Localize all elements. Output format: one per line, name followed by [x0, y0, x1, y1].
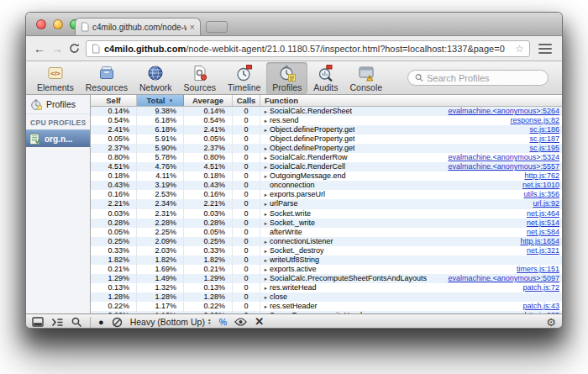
- search-statusbar-icon[interactable]: [71, 317, 82, 328]
- close-window-button[interactable]: [36, 19, 46, 29]
- expand-arrow-icon[interactable]: ▸: [262, 274, 270, 283]
- expand-arrow-icon[interactable]: ▸: [262, 219, 270, 228]
- source-link[interactable]: evalmachine.<anonymous>:5097: [441, 274, 562, 283]
- new-tab-button[interactable]: [206, 21, 228, 33]
- table-row[interactable]: 0.80% 5.78% 0.80% 0 ▸ SocialCalc.RenderR…: [91, 153, 562, 162]
- expand-arrow-icon[interactable]: ▸: [262, 311, 270, 313]
- minimize-window-button[interactable]: [53, 19, 63, 29]
- clear-profiles-icon[interactable]: [112, 317, 123, 328]
- source-link[interactable]: http.js:935: [517, 311, 562, 313]
- table-row[interactable]: 1.29% 1.49% 1.29% 0 ▸ SocialCalc.Precomp…: [91, 274, 562, 283]
- back-button[interactable]: ←: [34, 43, 45, 55]
- source-link[interactable]: http.js:762: [517, 171, 562, 181]
- source-link[interactable]: utils.js:356: [517, 190, 562, 199]
- search-input[interactable]: [427, 73, 541, 83]
- expand-arrow-icon[interactable]: ▸: [262, 283, 270, 292]
- source-link[interactable]: timers.js:151: [510, 265, 562, 274]
- table-row[interactable]: 4.51% 4.76% 4.51% 0 ▸ SocialCalc.RenderC…: [91, 162, 562, 171]
- exclude-function-icon[interactable]: ✕: [255, 317, 264, 327]
- tab-network[interactable]: Network: [134, 62, 178, 94]
- table-row[interactable]: 0.25% 2.09% 0.25% 0 ▸ connectionListener…: [91, 237, 562, 246]
- table-row[interactable]: 0.13% 1.32% 0.13% 0 ▸ res.writeHead patc…: [91, 283, 562, 292]
- search-profiles-box[interactable]: [407, 70, 549, 86]
- table-row[interactable]: 0.28% 2.28% 0.28% 0 ▸ Socket._write net.…: [91, 219, 562, 228]
- dock-to-bottom-icon[interactable]: [32, 317, 44, 327]
- source-link[interactable]: net.js:1010: [516, 181, 562, 190]
- tab-sources[interactable]: Sources: [178, 62, 223, 94]
- source-link[interactable]: evalmachine.<anonymous>:5557: [441, 162, 562, 171]
- source-link[interactable]: net.js:464: [520, 209, 562, 219]
- table-row[interactable]: 1.82% 1.82% 1.82% 0 ▸ writeUtf8String: [91, 255, 562, 265]
- source-link[interactable]: patch.js:43: [516, 302, 562, 311]
- tab-audits[interactable]: Audits: [307, 62, 344, 94]
- table-row[interactable]: 0.18% 4.11% 0.18% 0 ▸ OutgoingMessage.en…: [91, 171, 562, 181]
- tab-resources[interactable]: Resources: [80, 62, 134, 94]
- tab-profiles[interactable]: Profiles: [266, 62, 307, 94]
- table-row[interactable]: 0.16% 2.53% 0.16% 0 ▸ exports.parseUrl u…: [91, 190, 562, 199]
- browser-tab[interactable]: c4milo.github.com/node-we ×: [75, 18, 201, 35]
- column-header-total[interactable]: Total▼: [137, 95, 184, 106]
- browser-menu-icon[interactable]: [536, 42, 554, 55]
- expand-arrow-icon[interactable]: ▸: [262, 144, 270, 153]
- expand-arrow-icon[interactable]: ▸: [262, 265, 270, 274]
- expand-arrow-icon[interactable]: ▸: [262, 153, 270, 162]
- address-bar[interactable]: c4milo.github.com/node-webkit-agent/21.0…: [86, 40, 530, 57]
- source-link[interactable]: response.js:82: [503, 116, 562, 125]
- source-link[interactable]: sc.js:187: [522, 134, 562, 144]
- settings-gear-icon[interactable]: ⚙: [546, 317, 556, 328]
- source-link[interactable]: evalmachine.<anonymous>:5324: [441, 153, 562, 162]
- expand-arrow-icon[interactable]: ▸: [262, 162, 270, 171]
- source-link[interactable]: http.js:1654: [513, 237, 562, 246]
- tab-timeline[interactable]: Timeline: [222, 62, 266, 94]
- source-link[interactable]: net.js:321: [520, 246, 562, 255]
- show-console-icon[interactable]: [51, 318, 64, 327]
- tab-elements[interactable]: </> Elements: [31, 62, 80, 94]
- reload-icon[interactable]: [69, 43, 80, 54]
- expand-arrow-icon[interactable]: ▸: [262, 246, 270, 255]
- expand-arrow-icon[interactable]: ▸: [262, 237, 270, 246]
- table-row[interactable]: 0.54% 6.18% 0.54% 0 ▸ res.send response.…: [91, 116, 562, 125]
- table-row[interactable]: 0.03% 2.31% 0.03% 0 ▸ Socket.write net.j…: [91, 209, 562, 219]
- source-link[interactable]: evalmachine.<anonymous>:5264: [441, 107, 562, 116]
- expand-arrow-icon[interactable]: ▸: [262, 116, 270, 125]
- table-row[interactable]: 2.41% 6.18% 2.41% 0 ▸ Object.definePrope…: [91, 125, 562, 134]
- expand-arrow-icon[interactable]: ▸: [262, 302, 270, 311]
- source-link[interactable]: sc.js:195: [522, 144, 562, 153]
- focus-eye-icon[interactable]: [234, 318, 247, 326]
- expand-arrow-icon[interactable]: ▸: [262, 190, 270, 199]
- source-link[interactable]: url.js:92: [526, 199, 562, 208]
- table-row[interactable]: 0.21% 1.69% 0.21% 0 ▸ exports.active tim…: [91, 265, 562, 274]
- percent-toggle-button[interactable]: %: [218, 317, 227, 327]
- expand-arrow-icon[interactable]: ▸: [262, 125, 270, 134]
- sidebar-item-profile[interactable]: org.n...: [26, 129, 90, 147]
- tab-close-icon[interactable]: ×: [190, 23, 195, 31]
- column-header-average[interactable]: Average: [184, 95, 233, 106]
- table-row[interactable]: 0.05% 5.91% 0.05% 0 Object.definePropert…: [91, 134, 562, 144]
- table-row[interactable]: 0.05% 2.25% 0.05% 0 afterWrite net.js:58…: [91, 228, 562, 237]
- sidebar-profiles-header[interactable]: Profiles: [26, 95, 90, 114]
- table-row[interactable]: 0.43% 3.19% 0.43% 0 onconnection net.js:…: [91, 181, 562, 190]
- expand-arrow-icon[interactable]: ▸: [262, 171, 270, 181]
- tab-console[interactable]: Console: [344, 62, 389, 94]
- expand-arrow-icon[interactable]: ▸: [262, 209, 270, 219]
- table-row[interactable]: 0.20% 1.16% 0.20% 0 ▸ ServerResponse.wri…: [91, 311, 562, 313]
- expand-arrow-icon[interactable]: ▸: [262, 199, 270, 208]
- table-row[interactable]: 2.21% 2.34% 2.21% 0 ▸ urlParse url.js:92: [91, 199, 562, 208]
- source-link[interactable]: sc.js:186: [522, 125, 562, 134]
- source-link[interactable]: patch.js:72: [516, 283, 562, 292]
- column-header-calls[interactable]: Calls: [233, 95, 260, 106]
- table-row[interactable]: 0.33% 2.03% 0.33% 0 ▸ Socket._destroy ne…: [91, 246, 562, 255]
- view-mode-select[interactable]: Heavy (Bottom Up) ▲▼: [130, 317, 212, 327]
- bookmark-star-icon[interactable]: ☆: [515, 43, 524, 55]
- table-row[interactable]: 2.37% 5.90% 2.37% 0 ▸ Object.definePrope…: [91, 144, 562, 153]
- table-row[interactable]: 0.22% 1.17% 0.22% 0 ▸ res.setHeader patc…: [91, 302, 562, 311]
- column-header-function[interactable]: Function: [260, 95, 562, 106]
- expand-arrow-icon[interactable]: ▸: [262, 107, 270, 116]
- forward-button[interactable]: →: [51, 43, 63, 55]
- table-row[interactable]: 1.28% 1.28% 1.28% 0 ▸ close: [91, 292, 562, 302]
- source-link[interactable]: net.js:514: [520, 219, 562, 228]
- expand-arrow-icon[interactable]: ▸: [262, 292, 270, 302]
- record-profile-button[interactable]: ●: [98, 318, 104, 326]
- column-header-self[interactable]: Self: [91, 95, 137, 106]
- source-link[interactable]: net.js:584: [520, 228, 562, 237]
